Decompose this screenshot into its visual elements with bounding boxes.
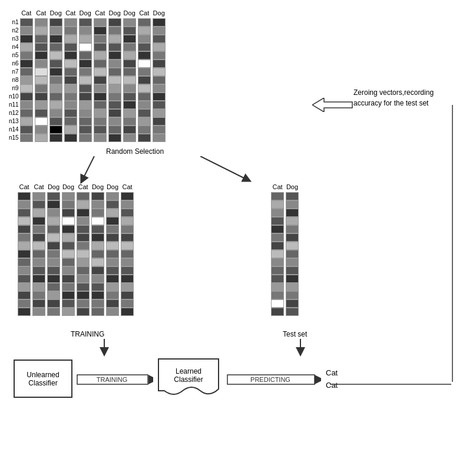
bar-cell xyxy=(121,250,134,258)
bar-cell xyxy=(94,109,107,117)
bar-cell xyxy=(47,308,60,316)
bar-cell xyxy=(47,275,60,283)
bar-cell xyxy=(18,250,31,258)
bar-cell xyxy=(49,126,62,134)
bar-cell xyxy=(108,27,121,35)
bar-column-label: Cat xyxy=(19,183,29,191)
bar-column: Cat xyxy=(64,9,77,142)
bar-cell xyxy=(94,18,107,27)
svg-marker-10 xyxy=(312,98,352,112)
bar-cell xyxy=(286,291,299,299)
bar-column-label: Cat xyxy=(36,9,46,17)
bar-column-label: Cat xyxy=(21,9,31,17)
bar-cell xyxy=(79,35,92,43)
bar-cell xyxy=(153,43,166,51)
bar-cell xyxy=(47,258,60,266)
bar-cell xyxy=(62,242,75,250)
bar-cell xyxy=(121,233,134,242)
bar-cell xyxy=(106,258,119,266)
bar-cell xyxy=(153,60,166,68)
horizontal-line-bottom xyxy=(330,379,454,387)
bar-cell xyxy=(108,43,121,51)
bar-cell xyxy=(138,68,151,76)
bar-cell xyxy=(32,258,45,266)
bar-column: Cat xyxy=(138,9,151,142)
bar-cell xyxy=(121,299,134,308)
bar-cell xyxy=(286,209,299,217)
bar-cell xyxy=(20,76,33,84)
bar-cell xyxy=(62,217,75,225)
bar-cell xyxy=(91,258,104,266)
bar-cell xyxy=(77,250,90,258)
zeroing-label: Zeroing vectors,recordingaccuracy for th… xyxy=(353,87,460,108)
bar-cell xyxy=(286,233,299,242)
bar-cell xyxy=(153,109,166,117)
row-label: n8 xyxy=(9,76,19,84)
bar-cell xyxy=(77,308,90,316)
bar-cell xyxy=(32,283,45,291)
bar-column: Dog xyxy=(79,9,92,142)
bar-cell xyxy=(138,51,151,60)
bar-cell xyxy=(138,43,151,51)
arrow-down-test xyxy=(293,339,308,358)
bar-cell xyxy=(18,266,31,275)
bar-cell xyxy=(106,291,119,299)
bar-cell xyxy=(153,76,166,84)
bar-cell xyxy=(108,134,121,142)
bar-cell xyxy=(94,117,107,126)
bar-cell xyxy=(49,43,62,51)
bar-cell xyxy=(47,299,60,308)
bar-cell xyxy=(47,225,60,233)
bar-cell xyxy=(153,27,166,35)
bar-cell xyxy=(20,84,33,93)
training-arrow: TRAINING xyxy=(77,370,153,390)
bar-cell xyxy=(121,192,134,200)
bar-cell xyxy=(35,76,48,84)
bar-cell xyxy=(106,242,119,250)
bar-cell xyxy=(286,283,299,291)
bar-column-label: Dog xyxy=(50,9,62,17)
bar-cell xyxy=(47,266,60,275)
row-label: n14 xyxy=(9,126,19,134)
bar-cell xyxy=(79,84,92,93)
svg-line-0 xyxy=(82,156,94,180)
bar-cell xyxy=(153,18,166,27)
bar-cell xyxy=(91,299,104,308)
svg-line-1 xyxy=(200,156,247,180)
bar-cell xyxy=(91,217,104,225)
bar-cell xyxy=(18,308,31,316)
bar-cell xyxy=(35,35,48,43)
bar-cell xyxy=(64,18,77,27)
bar-cell xyxy=(123,117,136,126)
bar-cell xyxy=(286,266,299,275)
learned-classifier-label: LearnedClassifier xyxy=(174,367,203,388)
bar-cell xyxy=(108,126,121,134)
bar-cell xyxy=(35,60,48,68)
bar-cell xyxy=(77,242,90,250)
bar-cell xyxy=(18,283,31,291)
bar-cell xyxy=(64,109,77,117)
bar-cell xyxy=(20,134,33,142)
bar-cell xyxy=(77,299,90,308)
bar-cell xyxy=(20,35,33,43)
bar-cell xyxy=(20,93,33,101)
bar-cell xyxy=(123,51,136,60)
bar-cell xyxy=(77,209,90,217)
bar-cell xyxy=(79,76,92,84)
bar-cell xyxy=(35,101,48,109)
bar-cell xyxy=(77,233,90,242)
bar-cell xyxy=(123,101,136,109)
bar-cell xyxy=(62,209,75,217)
bar-cell xyxy=(138,60,151,68)
bar-cell xyxy=(35,51,48,60)
bar-cell xyxy=(35,109,48,117)
bar-column-label: Dog xyxy=(286,183,298,191)
bar-cell xyxy=(106,209,119,217)
bar-cell xyxy=(47,217,60,225)
bar-column: Cat xyxy=(271,183,284,316)
bar-cell xyxy=(106,299,119,308)
bar-cell xyxy=(47,192,60,200)
bar-cell xyxy=(94,27,107,35)
bar-cell xyxy=(108,18,121,27)
bar-cell xyxy=(18,299,31,308)
